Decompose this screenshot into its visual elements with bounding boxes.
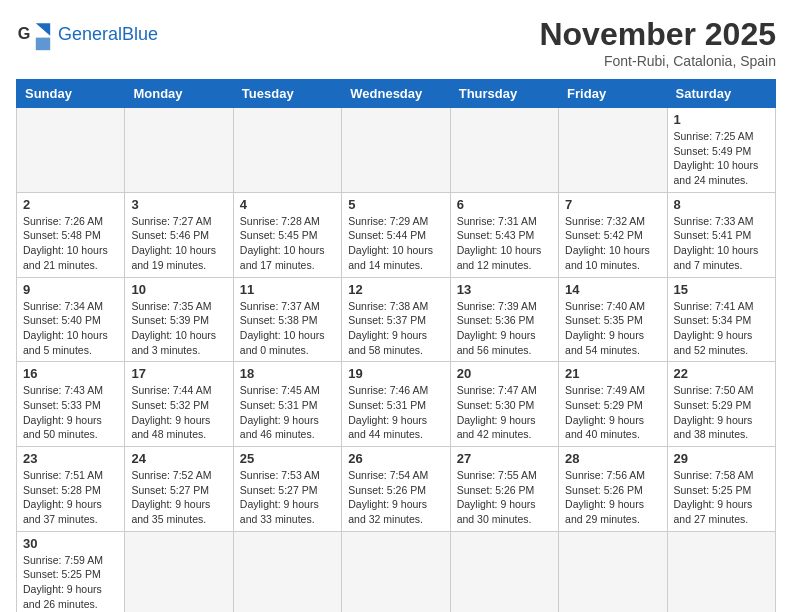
day-info: Sunrise: 7:58 AM Sunset: 5:25 PM Dayligh… (674, 468, 769, 527)
day-number: 2 (23, 197, 118, 212)
day-number: 8 (674, 197, 769, 212)
logo-blue: Blue (122, 24, 158, 44)
calendar-cell: 7Sunrise: 7:32 AM Sunset: 5:42 PM Daylig… (559, 192, 667, 277)
calendar-cell: 13Sunrise: 7:39 AM Sunset: 5:36 PM Dayli… (450, 277, 558, 362)
calendar-cell (559, 531, 667, 612)
day-info: Sunrise: 7:29 AM Sunset: 5:44 PM Dayligh… (348, 214, 443, 273)
day-info: Sunrise: 7:25 AM Sunset: 5:49 PM Dayligh… (674, 129, 769, 188)
calendar-cell (233, 531, 341, 612)
calendar-cell (450, 108, 558, 193)
day-info: Sunrise: 7:44 AM Sunset: 5:32 PM Dayligh… (131, 383, 226, 442)
header-sunday: Sunday (17, 80, 125, 108)
day-info: Sunrise: 7:41 AM Sunset: 5:34 PM Dayligh… (674, 299, 769, 358)
calendar-cell: 27Sunrise: 7:55 AM Sunset: 5:26 PM Dayli… (450, 447, 558, 532)
calendar-cell (342, 108, 450, 193)
day-number: 17 (131, 366, 226, 381)
day-number: 4 (240, 197, 335, 212)
calendar-cell: 29Sunrise: 7:58 AM Sunset: 5:25 PM Dayli… (667, 447, 775, 532)
calendar-cell: 6Sunrise: 7:31 AM Sunset: 5:43 PM Daylig… (450, 192, 558, 277)
day-info: Sunrise: 7:51 AM Sunset: 5:28 PM Dayligh… (23, 468, 118, 527)
day-number: 18 (240, 366, 335, 381)
day-number: 15 (674, 282, 769, 297)
calendar-row: 23Sunrise: 7:51 AM Sunset: 5:28 PM Dayli… (17, 447, 776, 532)
day-info: Sunrise: 7:31 AM Sunset: 5:43 PM Dayligh… (457, 214, 552, 273)
calendar-cell: 8Sunrise: 7:33 AM Sunset: 5:41 PM Daylig… (667, 192, 775, 277)
logo: G GeneralBlue (16, 16, 158, 52)
svg-marker-1 (36, 23, 50, 36)
logo-icon: G (16, 16, 52, 52)
day-info: Sunrise: 7:50 AM Sunset: 5:29 PM Dayligh… (674, 383, 769, 442)
header-wednesday: Wednesday (342, 80, 450, 108)
day-info: Sunrise: 7:26 AM Sunset: 5:48 PM Dayligh… (23, 214, 118, 273)
header-monday: Monday (125, 80, 233, 108)
calendar-cell (450, 531, 558, 612)
calendar-cell: 22Sunrise: 7:50 AM Sunset: 5:29 PM Dayli… (667, 362, 775, 447)
day-info: Sunrise: 7:55 AM Sunset: 5:26 PM Dayligh… (457, 468, 552, 527)
calendar-cell: 3Sunrise: 7:27 AM Sunset: 5:46 PM Daylig… (125, 192, 233, 277)
day-info: Sunrise: 7:32 AM Sunset: 5:42 PM Dayligh… (565, 214, 660, 273)
calendar-cell: 26Sunrise: 7:54 AM Sunset: 5:26 PM Dayli… (342, 447, 450, 532)
header-tuesday: Tuesday (233, 80, 341, 108)
day-info: Sunrise: 7:53 AM Sunset: 5:27 PM Dayligh… (240, 468, 335, 527)
calendar-cell: 5Sunrise: 7:29 AM Sunset: 5:44 PM Daylig… (342, 192, 450, 277)
day-info: Sunrise: 7:45 AM Sunset: 5:31 PM Dayligh… (240, 383, 335, 442)
day-number: 23 (23, 451, 118, 466)
day-number: 7 (565, 197, 660, 212)
calendar-row: 1Sunrise: 7:25 AM Sunset: 5:49 PM Daylig… (17, 108, 776, 193)
day-info: Sunrise: 7:47 AM Sunset: 5:30 PM Dayligh… (457, 383, 552, 442)
calendar-cell: 15Sunrise: 7:41 AM Sunset: 5:34 PM Dayli… (667, 277, 775, 362)
calendar-cell: 12Sunrise: 7:38 AM Sunset: 5:37 PM Dayli… (342, 277, 450, 362)
calendar-cell: 19Sunrise: 7:46 AM Sunset: 5:31 PM Dayli… (342, 362, 450, 447)
day-number: 13 (457, 282, 552, 297)
calendar-cell: 14Sunrise: 7:40 AM Sunset: 5:35 PM Dayli… (559, 277, 667, 362)
day-info: Sunrise: 7:33 AM Sunset: 5:41 PM Dayligh… (674, 214, 769, 273)
day-number: 20 (457, 366, 552, 381)
weekday-header-row: Sunday Monday Tuesday Wednesday Thursday… (17, 80, 776, 108)
calendar-cell: 10Sunrise: 7:35 AM Sunset: 5:39 PM Dayli… (125, 277, 233, 362)
day-info: Sunrise: 7:54 AM Sunset: 5:26 PM Dayligh… (348, 468, 443, 527)
calendar-row: 2Sunrise: 7:26 AM Sunset: 5:48 PM Daylig… (17, 192, 776, 277)
calendar-cell (17, 108, 125, 193)
header-friday: Friday (559, 80, 667, 108)
day-number: 25 (240, 451, 335, 466)
day-info: Sunrise: 7:52 AM Sunset: 5:27 PM Dayligh… (131, 468, 226, 527)
calendar-cell: 9Sunrise: 7:34 AM Sunset: 5:40 PM Daylig… (17, 277, 125, 362)
day-number: 19 (348, 366, 443, 381)
day-info: Sunrise: 7:35 AM Sunset: 5:39 PM Dayligh… (131, 299, 226, 358)
day-number: 27 (457, 451, 552, 466)
svg-text:G: G (18, 24, 31, 42)
day-info: Sunrise: 7:39 AM Sunset: 5:36 PM Dayligh… (457, 299, 552, 358)
day-info: Sunrise: 7:34 AM Sunset: 5:40 PM Dayligh… (23, 299, 118, 358)
calendar-cell (667, 531, 775, 612)
day-number: 30 (23, 536, 118, 551)
calendar-cell: 4Sunrise: 7:28 AM Sunset: 5:45 PM Daylig… (233, 192, 341, 277)
day-number: 10 (131, 282, 226, 297)
header-saturday: Saturday (667, 80, 775, 108)
day-info: Sunrise: 7:59 AM Sunset: 5:25 PM Dayligh… (23, 553, 118, 612)
day-number: 12 (348, 282, 443, 297)
day-number: 24 (131, 451, 226, 466)
day-number: 29 (674, 451, 769, 466)
day-number: 6 (457, 197, 552, 212)
page-header: G GeneralBlue November 2025 Font-Rubi, C… (16, 16, 776, 69)
calendar-cell: 30Sunrise: 7:59 AM Sunset: 5:25 PM Dayli… (17, 531, 125, 612)
day-number: 5 (348, 197, 443, 212)
calendar-row: 9Sunrise: 7:34 AM Sunset: 5:40 PM Daylig… (17, 277, 776, 362)
day-number: 16 (23, 366, 118, 381)
day-info: Sunrise: 7:46 AM Sunset: 5:31 PM Dayligh… (348, 383, 443, 442)
calendar-cell (559, 108, 667, 193)
header-thursday: Thursday (450, 80, 558, 108)
day-info: Sunrise: 7:38 AM Sunset: 5:37 PM Dayligh… (348, 299, 443, 358)
location: Font-Rubi, Catalonia, Spain (539, 53, 776, 69)
calendar-cell: 23Sunrise: 7:51 AM Sunset: 5:28 PM Dayli… (17, 447, 125, 532)
calendar-cell: 18Sunrise: 7:45 AM Sunset: 5:31 PM Dayli… (233, 362, 341, 447)
day-info: Sunrise: 7:37 AM Sunset: 5:38 PM Dayligh… (240, 299, 335, 358)
calendar-cell: 2Sunrise: 7:26 AM Sunset: 5:48 PM Daylig… (17, 192, 125, 277)
logo-text: GeneralBlue (58, 24, 158, 45)
calendar-cell (342, 531, 450, 612)
day-number: 1 (674, 112, 769, 127)
calendar-table: Sunday Monday Tuesday Wednesday Thursday… (16, 79, 776, 612)
month-title: November 2025 (539, 16, 776, 53)
day-number: 11 (240, 282, 335, 297)
day-number: 22 (674, 366, 769, 381)
